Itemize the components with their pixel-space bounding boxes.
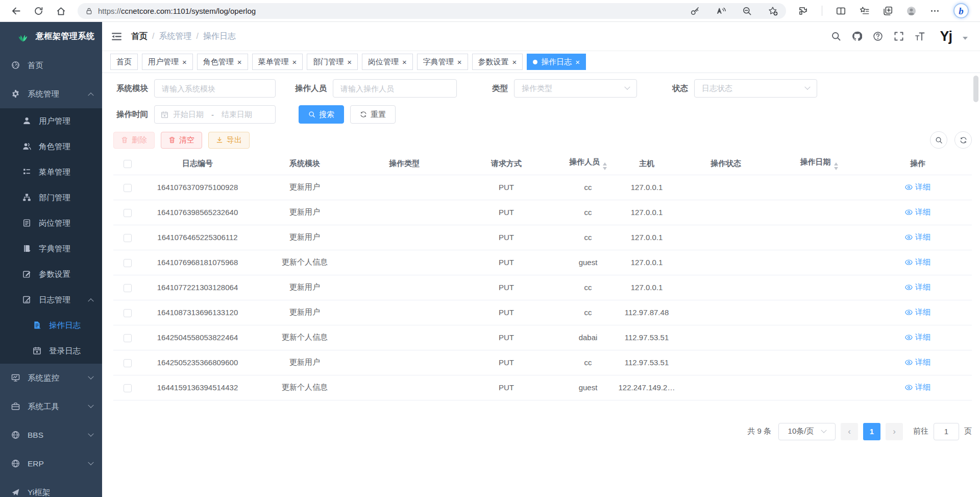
prev-page-button[interactable]: ‹ [841,423,858,440]
refresh-table-button[interactable] [954,131,972,149]
date-range-input[interactable]: 开始日期 - 结束日期 [154,105,276,124]
row-checkbox[interactable] [124,359,132,367]
goto-page-input[interactable] [934,423,959,440]
sidebar-item[interactable]: 岗位管理 [0,210,102,236]
row-checkbox[interactable] [124,184,132,192]
detail-link[interactable]: 详细 [905,282,930,292]
sidebar-item[interactable]: 系统工具 [0,392,102,421]
reset-button[interactable]: 重置 [350,105,396,124]
clear-button[interactable]: 清空 [161,132,202,149]
close-icon[interactable]: × [182,58,187,66]
user-avatar[interactable]: Yj [940,30,952,43]
browser-home-button[interactable] [52,2,69,19]
toggle-search-button[interactable] [930,131,947,149]
close-icon[interactable]: × [457,58,462,66]
sidebar-toggle-icon[interactable] [111,32,122,41]
type-select[interactable]: 操作类型 [514,79,637,98]
tab[interactable]: 字典管理 × [417,54,468,70]
sort-control[interactable] [834,162,838,170]
close-icon[interactable]: × [237,58,242,66]
zoom-out-icon[interactable] [742,6,752,16]
operator-input[interactable] [333,79,457,98]
sidebar-item[interactable]: 部门管理 [0,185,102,210]
sidebar-item[interactable]: 日志管理 [0,287,102,313]
address-bar[interactable]: https://ccnetcore.com:1101/system/log/op… [78,3,786,19]
fullscreen-icon[interactable] [894,31,904,41]
tab[interactable]: 角色管理 × [197,54,248,70]
detail-link[interactable]: 详细 [905,232,930,242]
next-page-button[interactable]: › [886,423,903,440]
sidebar-item[interactable]: 字典管理 [0,236,102,262]
sidebar-item[interactable]: BBS [0,421,102,449]
tab[interactable]: 部门管理 × [307,54,358,70]
detail-link[interactable]: 详细 [905,358,930,367]
sidebar-item[interactable]: 系统管理 [0,80,102,108]
close-icon[interactable]: × [512,58,517,66]
tab[interactable]: 岗位管理 × [362,54,413,70]
module-input[interactable] [154,79,276,98]
row-checkbox[interactable] [124,284,132,292]
detail-link[interactable]: 详细 [905,383,930,392]
split-screen-icon[interactable] [836,6,846,16]
tab[interactable]: 用户管理 × [142,54,193,70]
sidebar-item[interactable]: 操作日志 [0,313,102,338]
tab[interactable]: 操作日志 × [527,54,586,70]
search-button[interactable]: 搜索 [299,105,344,124]
status-select[interactable]: 日志状态 [694,79,817,98]
current-page-button[interactable]: 1 [863,423,880,440]
bing-chat-icon[interactable]: b [953,3,969,18]
sidebar-item[interactable]: 首页 [0,51,102,80]
detail-link[interactable]: 详细 [905,307,930,317]
close-icon[interactable]: × [347,58,352,66]
sidebar-item[interactable]: 菜单管理 [0,159,102,185]
close-icon[interactable]: × [575,58,580,66]
sidebar-item[interactable]: Yi框架 [0,478,102,497]
tab[interactable]: 首页 [110,54,138,70]
page-scrollbar[interactable] [973,76,978,102]
export-button[interactable]: 导出 [208,132,250,149]
delete-button[interactable]: 删除 [113,132,155,149]
cell-date [774,375,864,400]
browser-profile-avatar[interactable] [906,6,916,16]
avatar-dropdown-caret[interactable] [963,37,968,40]
row-checkbox[interactable] [124,334,132,342]
detail-link[interactable]: 详细 [905,257,930,267]
sidebar-item[interactable]: 参数设置 [0,262,102,287]
sidebar-item[interactable]: ERP [0,449,102,478]
browser-more-icon[interactable] [930,6,940,16]
row-checkbox[interactable] [124,234,132,242]
sidebar-item[interactable]: 系统监控 [0,364,102,392]
detail-link[interactable]: 详细 [905,333,930,342]
close-icon[interactable]: × [402,58,407,66]
sidebar-item[interactable]: 用户管理 [0,108,102,134]
search-icon[interactable] [831,31,841,41]
collections-icon[interactable] [883,6,893,16]
browser-back-button[interactable] [7,2,24,19]
extensions-icon[interactable] [798,6,808,16]
select-all-checkbox[interactable] [124,160,132,168]
cell-module: 更新用户 [254,200,356,225]
row-checkbox[interactable] [124,309,132,317]
detail-link[interactable]: 详细 [905,182,930,192]
browser-refresh-button[interactable] [30,2,47,19]
tab[interactable]: 参数设置 × [472,54,523,70]
breadcrumb-item: / 首页 [131,31,148,42]
sort-control[interactable] [603,162,607,170]
help-icon[interactable] [873,31,883,41]
sidebar-item[interactable]: 角色管理 [0,134,102,159]
read-aloud-icon[interactable] [716,6,726,16]
row-checkbox[interactable] [124,384,132,392]
password-key-icon[interactable] [690,6,700,16]
add-favorite-icon[interactable] [768,6,778,16]
detail-link[interactable]: 详细 [905,207,930,217]
favorites-icon[interactable] [860,6,869,16]
page-size-select[interactable]: 10条/页 [778,423,836,440]
font-size-icon[interactable] [915,31,925,41]
sidebar-item[interactable]: 登录日志 [0,338,102,364]
github-icon[interactable] [852,31,862,41]
cell-method: PUT [453,250,560,275]
tab[interactable]: 菜单管理 × [252,54,303,70]
row-checkbox[interactable] [124,209,132,217]
row-checkbox[interactable] [124,259,132,267]
close-icon[interactable]: × [292,58,297,66]
